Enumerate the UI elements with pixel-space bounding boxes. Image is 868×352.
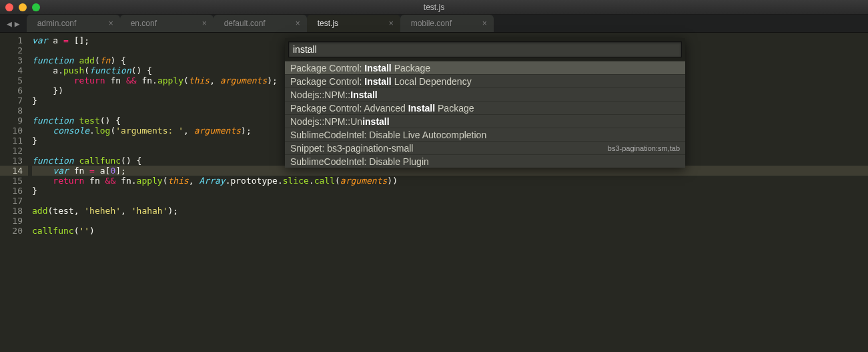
- palette-item-label: SublimeCodeIntel: Disable Live Autocompl…: [290, 130, 486, 140]
- line-number: 3: [0, 55, 23, 65]
- palette-item-label: Package Control: Install Local Dependenc…: [290, 76, 472, 87]
- command-palette: Package Control: Install PackagePackage …: [285, 38, 685, 168]
- tab-test-js[interactable]: test.js×: [307, 15, 400, 32]
- tab-label: default.conf: [224, 19, 266, 28]
- line-number: 8: [0, 106, 23, 116]
- close-window-button[interactable]: [5, 3, 13, 11]
- palette-item[interactable]: Package Control: Advanced Install Packag…: [285, 101, 685, 114]
- line-number: 1: [0, 35, 23, 45]
- palette-item[interactable]: SublimeCodeIntel: Disable Live Autocompl…: [285, 128, 685, 141]
- line-number: 14: [0, 166, 28, 176]
- line-number: 2: [0, 45, 23, 55]
- palette-list: Package Control: Install PackagePackage …: [285, 61, 685, 168]
- line-number: 9: [0, 116, 23, 126]
- line-number: 12: [0, 146, 23, 156]
- zoom-window-button[interactable]: [32, 3, 40, 11]
- close-icon[interactable]: ×: [202, 19, 207, 28]
- code-line: callfunc(''): [32, 226, 868, 236]
- line-number: 13: [0, 156, 23, 166]
- line-number: 6: [0, 85, 23, 96]
- line-number: 18: [0, 206, 23, 216]
- line-number: 7: [0, 96, 23, 106]
- nav-arrows: ◀ ▶: [0, 15, 27, 32]
- tabs: admin.conf×en.conf×default.conf×test.js×…: [27, 15, 494, 32]
- tab-label: test.js: [318, 19, 338, 28]
- palette-item[interactable]: SublimeCodeIntel: Disable Plugin: [285, 154, 685, 168]
- palette-item[interactable]: Snippet: bs3-pagination-smallbs3-paginat…: [285, 141, 685, 154]
- line-number: 11: [0, 136, 23, 146]
- line-number: 4: [0, 65, 23, 75]
- palette-item-label: Snippet: bs3-pagination-small: [290, 143, 413, 154]
- palette-item-label: Nodejs::NPM::Install: [290, 90, 378, 100]
- titlebar: test.js: [0, 0, 868, 15]
- gutter: 1234567891011121314151617181920: [0, 33, 28, 352]
- line-number: 10: [0, 126, 23, 136]
- line-number: 5: [0, 75, 23, 85]
- palette-item[interactable]: Nodejs::NPM::Uninstall: [285, 114, 685, 128]
- palette-item-label: Package Control: Install Package: [290, 63, 430, 73]
- nav-back-icon[interactable]: ◀: [7, 19, 12, 29]
- code-line: add(test, 'heheh', 'hahah');: [32, 206, 868, 216]
- line-number: 15: [0, 176, 23, 186]
- code-line: [32, 196, 868, 206]
- tab-admin-conf[interactable]: admin.conf×: [27, 15, 120, 32]
- code-line: [32, 216, 868, 226]
- palette-item-hint: bs3-pagination:sm,tab: [608, 144, 680, 152]
- tab-label: en.conf: [131, 19, 157, 28]
- tab-default-conf[interactable]: default.conf×: [213, 15, 307, 32]
- line-number: 19: [0, 216, 23, 226]
- palette-item-label: Package Control: Advanced Install Packag…: [290, 103, 474, 114]
- close-icon[interactable]: ×: [109, 19, 113, 28]
- code-line: return fn && fn.apply(this, Array.protot…: [32, 176, 868, 186]
- toolbar: ◀ ▶ admin.conf×en.conf×default.conf×test…: [0, 15, 868, 33]
- code-line: }: [32, 186, 868, 196]
- close-icon[interactable]: ×: [482, 19, 487, 28]
- palette-item-label: SublimeCodeIntel: Disable Plugin: [290, 156, 429, 167]
- line-number: 16: [0, 186, 23, 196]
- tab-label: admin.conf: [37, 19, 77, 28]
- nav-forward-icon[interactable]: ▶: [15, 19, 20, 29]
- tab-label: mobile.conf: [411, 19, 452, 28]
- minimize-window-button[interactable]: [19, 3, 27, 11]
- tab-mobile-conf[interactable]: mobile.conf×: [400, 15, 494, 32]
- line-number: 17: [0, 196, 23, 206]
- tab-en-conf[interactable]: en.conf×: [120, 15, 213, 32]
- palette-item[interactable]: Nodejs::NPM::Install: [285, 87, 685, 101]
- palette-item[interactable]: Package Control: Install Local Dependenc…: [285, 74, 685, 87]
- close-icon[interactable]: ×: [389, 19, 394, 28]
- palette-item[interactable]: Package Control: Install Package: [285, 61, 685, 74]
- window-title: test.js: [424, 3, 444, 12]
- traffic-lights: [5, 3, 40, 11]
- close-icon[interactable]: ×: [296, 19, 300, 28]
- line-number: 20: [0, 226, 23, 236]
- palette-input-wrap: [285, 38, 685, 61]
- palette-item-label: Nodejs::NPM::Uninstall: [290, 116, 390, 127]
- palette-input[interactable]: [288, 41, 682, 57]
